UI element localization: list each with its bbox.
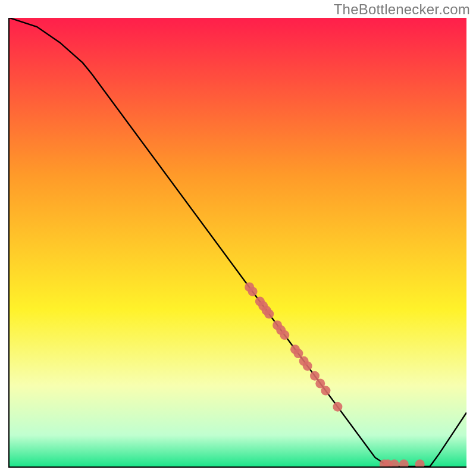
data-point	[303, 361, 312, 371]
data-point	[399, 459, 409, 466]
data-point	[321, 386, 330, 396]
plot-svg	[10, 18, 466, 466]
watermark-text: TheBottlenecker.com	[334, 1, 470, 18]
data-point	[280, 330, 289, 340]
data-point	[310, 371, 320, 381]
bottleneck-curve	[10, 18, 466, 466]
chart-canvas: TheBottlenecker.com	[0, 0, 476, 476]
data-point	[390, 459, 399, 466]
data-point	[415, 459, 425, 466]
plot-area	[8, 18, 466, 468]
data-point	[333, 402, 342, 412]
data-point	[248, 287, 258, 296]
data-point	[264, 309, 274, 319]
data-point	[293, 349, 303, 358]
